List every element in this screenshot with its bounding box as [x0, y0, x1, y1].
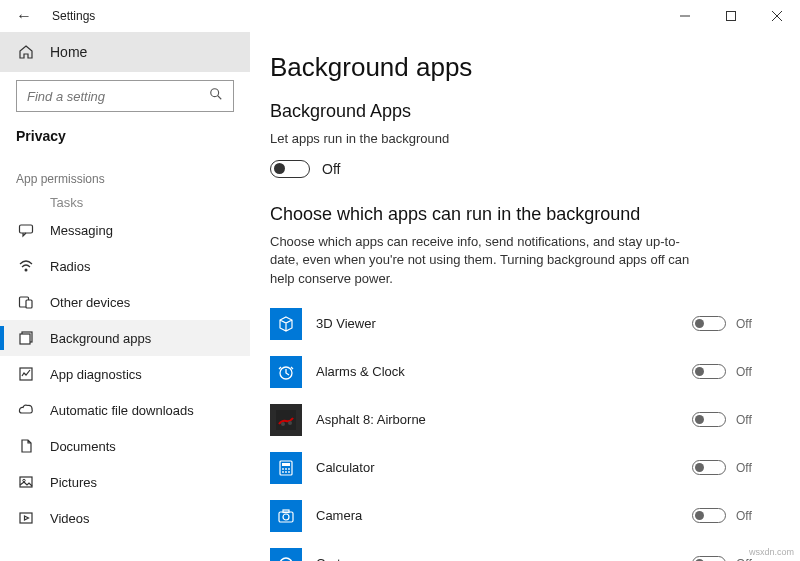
- app-toggle-state: Off: [736, 461, 760, 475]
- sidebar-item-label: Radios: [50, 259, 90, 274]
- app-row: 3D Viewer Off: [270, 300, 760, 348]
- home-icon: [16, 44, 36, 60]
- content-area: Background apps Background Apps Let apps…: [250, 32, 800, 561]
- calculator-icon: [270, 452, 302, 484]
- svg-point-19: [288, 421, 292, 425]
- 3d-viewer-icon: [270, 308, 302, 340]
- sidebar-item-tasks[interactable]: Tasks: [0, 192, 250, 212]
- app-diagnostics-icon: [16, 366, 36, 382]
- asphalt-icon: [270, 404, 302, 436]
- svg-point-23: [285, 468, 287, 470]
- section-label: App permissions: [0, 160, 250, 192]
- camera-icon: [270, 500, 302, 532]
- sidebar-item-other-devices[interactable]: Other devices: [0, 284, 250, 320]
- app-toggle-state: Off: [736, 413, 760, 427]
- maximize-button[interactable]: [708, 0, 754, 32]
- svg-point-7: [25, 269, 28, 272]
- home-label: Home: [50, 44, 87, 60]
- search-icon: [209, 87, 223, 105]
- back-button[interactable]: ←: [0, 0, 48, 32]
- app-toggle-state: Off: [736, 509, 760, 523]
- sidebar-item-label: Background apps: [50, 331, 151, 346]
- app-name: 3D Viewer: [316, 316, 692, 331]
- sidebar-item-app-diagnostics[interactable]: App diagnostics: [0, 356, 250, 392]
- app-toggle-state: Off: [736, 365, 760, 379]
- svg-point-25: [282, 471, 284, 473]
- sidebar-item-label: Other devices: [50, 295, 130, 310]
- svg-rect-30: [283, 510, 289, 513]
- other-devices-icon: [16, 294, 36, 310]
- app-row: Alarms & Clock Off: [270, 348, 760, 396]
- svg-rect-12: [20, 368, 32, 380]
- pictures-icon: [16, 474, 36, 490]
- window-title: Settings: [52, 9, 95, 23]
- search-field[interactable]: [27, 89, 209, 104]
- app-toggle[interactable]: [692, 508, 726, 523]
- svg-rect-11: [20, 334, 30, 344]
- documents-icon: [16, 438, 36, 454]
- close-button[interactable]: [754, 0, 800, 32]
- watermark: wsxdn.com: [749, 547, 794, 557]
- svg-point-22: [282, 468, 284, 470]
- sidebar-item-automatic-file-downloads[interactable]: Automatic file downloads: [0, 392, 250, 428]
- section-desc: Choose which apps can receive info, send…: [270, 233, 690, 288]
- svg-rect-15: [20, 513, 32, 523]
- titlebar: ← Settings: [0, 0, 800, 32]
- sidebar-item-label: Videos: [50, 511, 90, 526]
- app-name: Calculator: [316, 460, 692, 475]
- section-heading: Choose which apps can run in the backgro…: [270, 204, 760, 225]
- app-name: Cortana: [316, 556, 692, 561]
- svg-rect-13: [20, 477, 32, 487]
- videos-icon: [16, 510, 36, 526]
- app-row: Cortana Off: [270, 540, 760, 561]
- sidebar-item-documents[interactable]: Documents: [0, 428, 250, 464]
- cloud-download-icon: [16, 402, 36, 418]
- svg-point-18: [281, 422, 285, 426]
- sidebar-item-label: Tasks: [50, 195, 83, 210]
- app-toggle[interactable]: [692, 316, 726, 331]
- app-name: Alarms & Clock: [316, 364, 692, 379]
- radios-icon: [16, 258, 36, 274]
- sidebar-item-label: Automatic file downloads: [50, 403, 194, 418]
- cortana-icon: [270, 548, 302, 561]
- search-input[interactable]: [16, 80, 234, 112]
- app-toggle[interactable]: [692, 412, 726, 427]
- sidebar: Home Privacy App permissions Tasks Messa…: [0, 32, 250, 561]
- svg-line-5: [218, 96, 222, 100]
- messaging-icon: [16, 222, 36, 238]
- sidebar-item-background-apps[interactable]: Background apps: [0, 320, 250, 356]
- sidebar-item-messaging[interactable]: Messaging: [0, 212, 250, 248]
- sidebar-item-radios[interactable]: Radios: [0, 248, 250, 284]
- section-heading: Background Apps: [270, 101, 760, 122]
- app-row: Camera Off: [270, 492, 760, 540]
- app-row: Asphalt 8: Airborne Off: [270, 396, 760, 444]
- sidebar-item-videos[interactable]: Videos: [0, 500, 250, 536]
- sidebar-item-pictures[interactable]: Pictures: [0, 464, 250, 500]
- app-toggle-state: Off: [736, 317, 760, 331]
- app-row: Calculator Off: [270, 444, 760, 492]
- home-button[interactable]: Home: [0, 32, 250, 72]
- alarms-clock-icon: [270, 356, 302, 388]
- app-name: Asphalt 8: Airborne: [316, 412, 692, 427]
- app-toggle[interactable]: [692, 556, 726, 561]
- svg-rect-6: [20, 225, 33, 233]
- svg-point-24: [288, 468, 290, 470]
- category-heading: Privacy: [0, 124, 250, 160]
- minimize-button[interactable]: [662, 0, 708, 32]
- app-toggle-state: Off: [736, 557, 760, 561]
- background-apps-icon: [16, 330, 36, 346]
- app-toggle[interactable]: [692, 460, 726, 475]
- toggle-desc: Let apps run in the background: [270, 130, 690, 148]
- svg-rect-21: [282, 463, 290, 466]
- svg-point-26: [285, 471, 287, 473]
- svg-rect-9: [26, 300, 32, 308]
- page-title: Background apps: [270, 52, 760, 83]
- svg-point-29: [283, 514, 289, 520]
- svg-point-4: [211, 89, 219, 97]
- app-toggle[interactable]: [692, 364, 726, 379]
- sidebar-item-label: Documents: [50, 439, 116, 454]
- app-name: Camera: [316, 508, 692, 523]
- svg-rect-1: [727, 12, 736, 21]
- sidebar-item-label: App diagnostics: [50, 367, 142, 382]
- background-apps-toggle[interactable]: [270, 160, 310, 178]
